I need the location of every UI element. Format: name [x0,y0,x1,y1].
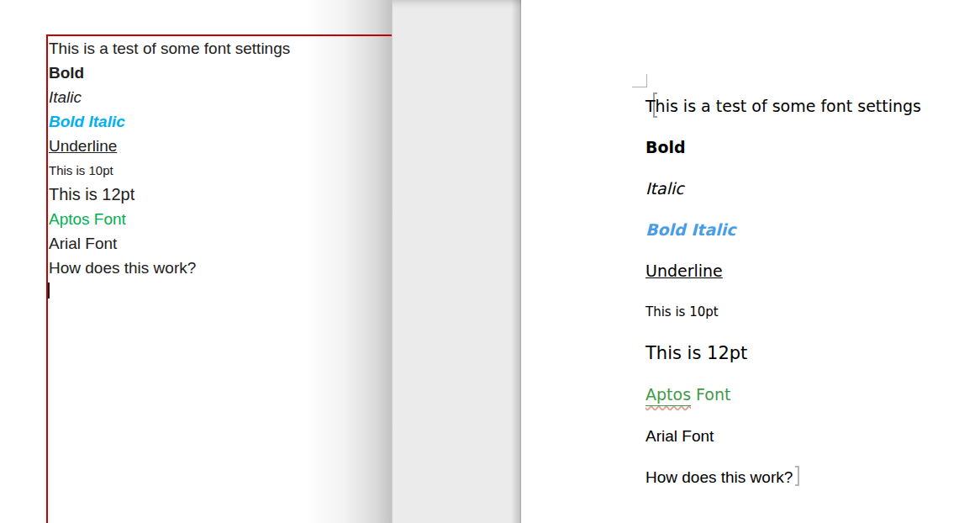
tracked-change-border-box: This is a test of some font settingsBold… [46,34,392,523]
line-12pt[interactable]: This is 12pt [49,182,392,207]
left-preview-pane: This is a test of some font settingsBold… [0,0,392,523]
line-bold-italic[interactable]: Bold Italic [645,209,973,251]
line-italic[interactable]: Italic [49,85,392,109]
line-arial-font[interactable]: Arial Font [49,231,392,256]
line-arial-font[interactable]: Arial Font [645,415,973,457]
text-run[interactable]: Font [691,385,730,404]
line-underline[interactable]: Underline [645,251,973,292]
text-cursor-end-bracket [795,466,799,486]
line-12pt[interactable]: This is 12pt [645,333,973,374]
line-aptos-font[interactable]: Aptos Font [645,374,973,415]
line-how-does-this-work[interactable]: How does this work? [49,256,392,280]
line-10pt[interactable]: This is 10pt [645,292,973,333]
left-document-text: This is a test of some font settingsBold… [49,36,392,280]
text-run[interactable]: Aptos [645,385,691,404]
misspelled-word[interactable]: Aptos [645,385,691,404]
word-document-page: This is a test of some font settingsBold… [521,0,980,523]
line-italic[interactable]: Italic [645,168,973,209]
app-canvas: { "colors": { "left_border_red": "#c4000… [0,0,980,523]
line-bold[interactable]: Bold [49,61,392,85]
page-edge-shadow [511,0,521,523]
line-how-does-this-work[interactable]: How does this work? [645,457,973,498]
line-underline[interactable]: Underline [49,134,392,158]
line-aptos-font[interactable]: Aptos Font [49,207,392,231]
line-font-settings[interactable]: This is a test of some font settings [49,36,392,61]
text-cursor-left [48,283,50,298]
right-document-text: This is a test of some font settingsBold… [645,86,973,498]
line-bold[interactable]: Bold [645,127,973,168]
line-font-settings[interactable]: This is a test of some font settings [645,86,973,127]
line-10pt[interactable]: This is 10pt [49,158,392,182]
page-gap-strip [392,0,521,523]
line-bold-italic[interactable]: Bold Italic [49,109,392,134]
